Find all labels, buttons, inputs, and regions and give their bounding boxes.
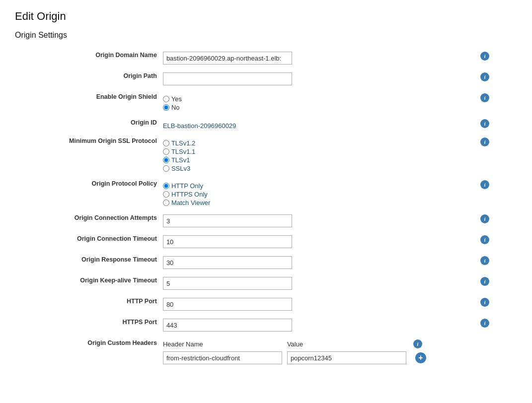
origin-connection-timeout-info-cell: i <box>477 231 517 252</box>
origin-connection-attempts-input[interactable] <box>163 214 292 227</box>
ssl-sslv3-label: SSLv3 <box>171 165 190 172</box>
enable-origin-shield-label: Enable Origin Shield <box>15 89 160 115</box>
http-port-info-icon[interactable]: i <box>480 298 489 307</box>
ssl-tlsv11-option[interactable]: TLSv1.1 <box>163 148 474 155</box>
minimum-ssl-protocol-info-icon[interactable]: i <box>480 137 489 146</box>
origin-path-info-cell: i <box>477 68 517 89</box>
minimum-ssl-protocol-field: TLSv1.2 TLSv1.1 TLSv1 SSLv3 <box>160 134 477 176</box>
https-port-info-cell: i <box>477 315 517 336</box>
origin-id-field: ELB-bastion-2096960029 <box>160 115 477 134</box>
origin-keepalive-timeout-row: Origin Keep-alive Timeout i <box>15 273 517 294</box>
ssl-tlsv1-option[interactable]: TLSv1 <box>163 156 474 164</box>
origin-domain-name-label: Origin Domain Name <box>15 48 160 68</box>
header-name-col-label: Header Name <box>163 340 282 348</box>
origin-connection-timeout-row: Origin Connection Timeout i <box>15 231 517 252</box>
https-port-info-icon[interactable]: i <box>480 319 489 328</box>
protocol-http-only-option[interactable]: HTTP Only <box>163 182 474 190</box>
origin-path-field <box>160 68 477 89</box>
enable-origin-shield-field: Yes No <box>160 89 477 115</box>
origin-keepalive-timeout-info-icon[interactable]: i <box>480 277 489 286</box>
add-custom-header-button[interactable]: + <box>415 352 426 363</box>
page-title: Edit Origin <box>15 10 517 23</box>
origin-id-info-icon[interactable]: i <box>480 119 489 128</box>
http-port-label: HTTP Port <box>15 294 160 315</box>
origin-id-info-cell: i <box>477 115 517 134</box>
origin-connection-attempts-label: Origin Connection Attempts <box>15 210 160 231</box>
ssl-sslv3-option[interactable]: SSLv3 <box>163 165 474 172</box>
origin-keepalive-timeout-input[interactable] <box>163 277 292 290</box>
origin-id-row: Origin ID ELB-bastion-2096960029 i <box>15 115 517 134</box>
protocol-http-only-radio[interactable] <box>163 183 169 189</box>
ssl-tlsv1-radio[interactable] <box>163 157 169 163</box>
shield-yes-label: Yes <box>171 95 182 103</box>
custom-header-name-input[interactable] <box>163 351 282 364</box>
origin-protocol-policy-row: Origin Protocol Policy HTTP Only HTTPS O… <box>15 176 517 210</box>
origin-path-info-icon[interactable]: i <box>480 72 489 81</box>
origin-response-timeout-field <box>160 252 477 273</box>
origin-custom-headers-row: Origin Custom Headers Header Name Value … <box>15 336 517 368</box>
origin-connection-timeout-field <box>160 231 477 252</box>
origin-domain-name-input[interactable] <box>163 52 292 65</box>
enable-origin-shield-info-cell: i <box>477 89 517 115</box>
https-port-field <box>160 315 477 336</box>
http-port-info-cell: i <box>477 294 517 315</box>
origin-custom-headers-field: Header Name Value i + <box>160 336 517 368</box>
origin-response-timeout-label: Origin Response Timeout <box>15 252 160 273</box>
origin-path-label: Origin Path <box>15 68 160 89</box>
ssl-tlsv12-option[interactable]: TLSv1.2 <box>163 139 474 147</box>
origin-path-input[interactable] <box>163 72 292 85</box>
origin-custom-headers-info-icon[interactable]: i <box>413 339 422 348</box>
ssl-tlsv1-label: TLSv1 <box>171 156 190 164</box>
origin-custom-headers-label: Origin Custom Headers <box>15 336 160 368</box>
origin-id-value: ELB-bastion-2096960029 <box>163 119 474 130</box>
origin-connection-timeout-input[interactable] <box>163 235 292 248</box>
shield-no-label: No <box>171 104 180 111</box>
origin-id-label: Origin ID <box>15 115 160 134</box>
http-port-field <box>160 294 477 315</box>
enable-origin-shield-info-icon[interactable]: i <box>480 93 489 102</box>
http-port-input[interactable] <box>163 298 292 311</box>
origin-connection-attempts-field <box>160 210 477 231</box>
https-port-row: HTTPS Port i <box>15 315 517 336</box>
https-port-label: HTTPS Port <box>15 315 160 336</box>
shield-yes-radio[interactable] <box>163 96 169 102</box>
origin-connection-attempts-info-icon[interactable]: i <box>480 214 489 223</box>
ssl-sslv3-radio[interactable] <box>163 165 169 172</box>
protocol-https-only-radio[interactable] <box>163 191 169 198</box>
section-title: Origin Settings <box>15 31 517 40</box>
origin-domain-name-info-cell: i <box>477 48 517 68</box>
origin-domain-name-row: Origin Domain Name i <box>15 48 517 68</box>
origin-domain-name-info-icon[interactable]: i <box>480 52 489 61</box>
protocol-policy-options: HTTP Only HTTPS Only Match Viewer <box>163 180 474 206</box>
origin-protocol-policy-label: Origin Protocol Policy <box>15 176 160 210</box>
origin-protocol-policy-info-cell: i <box>477 176 517 210</box>
minimum-ssl-protocol-info-cell: i <box>477 134 517 176</box>
protocol-match-viewer-radio[interactable] <box>163 200 169 206</box>
origin-connection-timeout-info-icon[interactable]: i <box>480 235 489 244</box>
origin-path-row: Origin Path i <box>15 68 517 89</box>
https-port-input[interactable] <box>163 319 292 332</box>
ssl-tlsv12-radio[interactable] <box>163 140 169 146</box>
shield-no-option[interactable]: No <box>163 104 474 111</box>
shield-no-radio[interactable] <box>163 104 169 111</box>
http-port-row: HTTP Port i <box>15 294 517 315</box>
origin-protocol-policy-field: HTTP Only HTTPS Only Match Viewer <box>160 176 477 210</box>
origin-connection-timeout-label: Origin Connection Timeout <box>15 231 160 252</box>
ssl-tlsv11-radio[interactable] <box>163 148 169 155</box>
origin-response-timeout-info-icon[interactable]: i <box>480 256 489 265</box>
ssl-protocol-options: TLSv1.2 TLSv1.1 TLSv1 SSLv3 <box>163 137 474 172</box>
origin-protocol-policy-info-icon[interactable]: i <box>480 180 489 189</box>
origin-keepalive-timeout-info-cell: i <box>477 273 517 294</box>
origin-response-timeout-info-cell: i <box>477 252 517 273</box>
ssl-tlsv12-label: TLSv1.2 <box>171 139 195 147</box>
enable-origin-shield-row: Enable Origin Shield Yes No i <box>15 89 517 115</box>
protocol-http-only-label: HTTP Only <box>171 182 203 190</box>
protocol-https-only-option[interactable]: HTTPS Only <box>163 191 474 198</box>
shield-yes-option[interactable]: Yes <box>163 95 474 103</box>
origin-connection-attempts-row: Origin Connection Attempts i <box>15 210 517 231</box>
origin-response-timeout-input[interactable] <box>163 256 292 269</box>
custom-header-value-input[interactable] <box>287 351 406 364</box>
protocol-match-viewer-option[interactable]: Match Viewer <box>163 199 474 206</box>
origin-keepalive-timeout-field <box>160 273 477 294</box>
origin-response-timeout-row: Origin Response Timeout i <box>15 252 517 273</box>
